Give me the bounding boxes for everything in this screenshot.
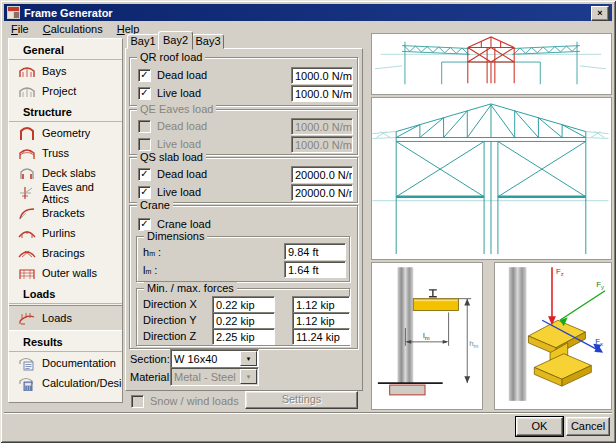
sidebar-header-general: General bbox=[9, 39, 122, 59]
hm-value-input[interactable] bbox=[284, 243, 346, 260]
divider bbox=[9, 303, 122, 304]
sidebar-item-deck-slabs[interactable]: Deck slabs bbox=[9, 163, 122, 183]
qs-dead-label: Dead load bbox=[157, 168, 207, 180]
direction-y-min-input[interactable] bbox=[212, 312, 275, 329]
purlins-icon bbox=[16, 225, 38, 241]
window-title: Frame Generator bbox=[24, 7, 113, 19]
qr-dead-value-input[interactable] bbox=[291, 67, 353, 84]
svg-text:hm: hm bbox=[469, 339, 478, 349]
bays-icon bbox=[16, 63, 38, 79]
preview-bay-panel bbox=[371, 97, 612, 260]
geometry-icon bbox=[16, 125, 38, 141]
dimensions-group: Dimensions hm : lm : bbox=[136, 236, 350, 282]
qr-live-checkbox[interactable]: ✓ bbox=[138, 87, 151, 100]
direction-x-max-input[interactable] bbox=[292, 296, 350, 313]
close-button[interactable]: × bbox=[591, 6, 609, 21]
crane-load-checkbox[interactable]: ✓ bbox=[138, 218, 151, 231]
sidebar-item-label: Geometry bbox=[42, 127, 90, 139]
qe-live-value-input bbox=[291, 136, 353, 153]
tab-page-bay2: QR roof load ✓ Dead load ✓ Live load QE … bbox=[125, 48, 363, 391]
lm-value-input[interactable] bbox=[284, 261, 346, 278]
svg-text:Fz: Fz bbox=[556, 267, 564, 277]
material-combo: Metal - Steel - ASTM A36 ▼ bbox=[170, 367, 259, 386]
qs-live-checkbox[interactable]: ✓ bbox=[138, 186, 151, 199]
sidebar-item-label: Eaves and Attics bbox=[42, 181, 122, 205]
divider bbox=[9, 351, 122, 352]
footer-divider bbox=[4, 412, 612, 414]
crane-load-label: Crane load bbox=[157, 218, 211, 230]
qs-dead-checkbox[interactable]: ✓ bbox=[138, 168, 151, 181]
direction-z-max-input[interactable] bbox=[292, 328, 350, 345]
settings-button: Settings bbox=[245, 391, 358, 409]
svg-text:lm: lm bbox=[423, 331, 430, 341]
qr-dead-checkbox[interactable]: ✓ bbox=[138, 69, 151, 82]
snow-wind-label: Snow / wind loads bbox=[150, 395, 239, 407]
frame-overview-drawing bbox=[372, 34, 609, 92]
sidebar-item-label: Bays bbox=[42, 65, 66, 77]
sidebar-item-project[interactable]: Project bbox=[9, 81, 122, 101]
qs-live-value-input[interactable] bbox=[291, 184, 353, 201]
section-combo[interactable]: W 16x40 ▼ bbox=[170, 349, 259, 368]
qr-live-label: Live load bbox=[157, 87, 201, 99]
qs-live-label: Live load bbox=[157, 186, 201, 198]
qe-dead-label: Dead load bbox=[157, 120, 207, 132]
group-title: Min. / max. forces bbox=[144, 282, 237, 294]
sidebar-item-truss[interactable]: Truss bbox=[9, 143, 122, 163]
tab-bay3[interactable]: Bay3 bbox=[192, 34, 224, 49]
divider bbox=[9, 121, 122, 122]
tab-bay1[interactable]: Bay1 bbox=[127, 34, 159, 49]
snow-wind-row: Snow / wind loads bbox=[131, 393, 251, 409]
sidebar-item-label: Loads bbox=[42, 312, 72, 324]
crane-dimension-panel: lm hm bbox=[371, 262, 483, 410]
tab-bay2[interactable]: Bay2 bbox=[158, 31, 193, 50]
sidebar-item-label: Documentation bbox=[42, 357, 116, 369]
group-title: QS slab load bbox=[137, 151, 206, 163]
group-title: Dimensions bbox=[144, 230, 207, 242]
direction-x-min-input[interactable] bbox=[212, 296, 275, 313]
qe-dead-checkbox bbox=[138, 120, 151, 133]
direction-y-max-input[interactable] bbox=[292, 312, 350, 329]
group-title: QR roof load bbox=[137, 51, 205, 63]
qs-dead-value-input[interactable] bbox=[291, 166, 353, 183]
sidebar-header-structure: Structure bbox=[9, 101, 122, 121]
sidebar-item-eaves-attics[interactable]: Eaves and Attics bbox=[9, 183, 122, 203]
sidebar-item-calculation-design[interactable]: Calculation/Design bbox=[9, 373, 122, 393]
sidebar-item-label: Bracings bbox=[42, 247, 85, 259]
lm-label: lm : bbox=[143, 264, 157, 276]
frame-generator-window: Frame Generator × File Calculations Help… bbox=[0, 0, 616, 443]
calculation-design-icon bbox=[16, 375, 38, 391]
crane-dimension-drawing: lm hm bbox=[372, 263, 480, 407]
title-bar[interactable]: Frame Generator × bbox=[4, 4, 612, 21]
min-max-forces-group: Min. / max. forces Direction X Direction… bbox=[136, 288, 350, 346]
sidebar-item-outer-walls[interactable]: Outer walls bbox=[9, 263, 122, 283]
sidebar-item-bracings[interactable]: Bracings bbox=[9, 243, 122, 263]
deck-slabs-icon bbox=[16, 165, 38, 181]
divider bbox=[9, 59, 122, 60]
documentation-icon bbox=[16, 355, 38, 371]
qe-live-checkbox bbox=[138, 138, 151, 151]
loads-icon bbox=[16, 310, 38, 326]
brackets-icon bbox=[16, 205, 38, 221]
sidebar-item-purlins[interactable]: Purlins bbox=[9, 223, 122, 243]
menu-calculations[interactable]: Calculations bbox=[36, 22, 110, 36]
close-icon: × bbox=[597, 9, 602, 18]
sidebar-item-bays[interactable]: Bays bbox=[9, 61, 122, 81]
qr-live-value-input[interactable] bbox=[291, 85, 353, 102]
ok-button[interactable]: OK bbox=[516, 417, 563, 436]
sidebar-item-brackets[interactable]: Brackets bbox=[9, 203, 122, 223]
chevron-down-icon[interactable]: ▼ bbox=[240, 351, 257, 366]
group-title: QE Eaves load bbox=[137, 103, 216, 115]
crane-forces-panel: Fz Fy Fx bbox=[494, 262, 612, 410]
preview-overview-panel bbox=[371, 33, 612, 95]
sidebar-item-geometry[interactable]: Geometry bbox=[9, 123, 122, 143]
menu-file[interactable]: File bbox=[4, 22, 36, 36]
qe-dead-value-input bbox=[291, 118, 353, 135]
sidebar-item-documentation[interactable]: Documentation bbox=[9, 353, 122, 373]
cancel-button[interactable]: Cancel bbox=[566, 417, 610, 436]
sidebar-item-label: Brackets bbox=[42, 207, 85, 219]
bracings-icon bbox=[16, 245, 38, 261]
hm-label: hm : bbox=[143, 246, 161, 258]
direction-z-min-input[interactable] bbox=[212, 328, 275, 345]
chevron-down-icon: ▼ bbox=[240, 369, 257, 384]
sidebar-item-loads[interactable]: Loads bbox=[9, 305, 122, 331]
